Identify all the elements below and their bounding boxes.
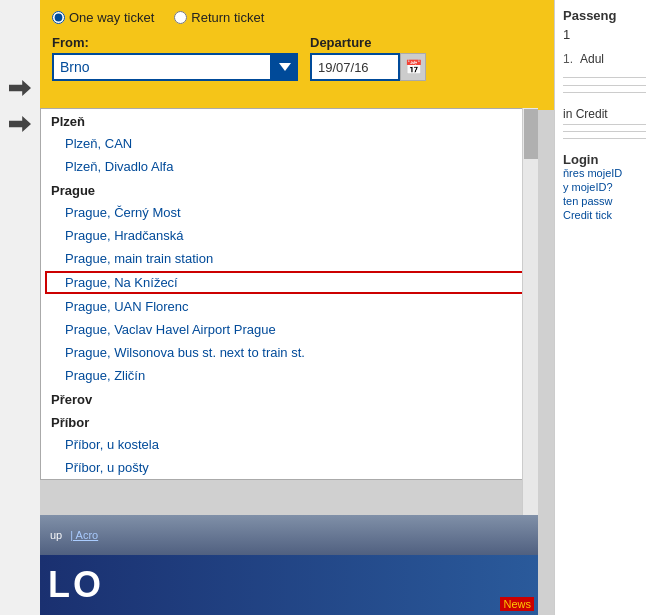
passenger-type: Adul bbox=[580, 52, 604, 66]
divider-2 bbox=[563, 85, 646, 86]
arrow-icon-2 bbox=[9, 116, 31, 132]
left-strip bbox=[0, 0, 40, 615]
list-item[interactable]: Příbor, u kostela bbox=[41, 433, 537, 456]
main-container: One way ticket Return ticket From: bbox=[0, 0, 654, 615]
calendar-btn[interactable]: 📅 bbox=[400, 53, 426, 81]
login-title: Login bbox=[563, 152, 598, 167]
group-header-přerov: Přerov bbox=[41, 387, 537, 410]
passengers-label: Passeng bbox=[563, 8, 646, 23]
list-item[interactable]: Prague, Vaclav Havel Airport Prague bbox=[41, 318, 537, 341]
list-item[interactable]: Příbor, u pošty bbox=[41, 456, 537, 479]
in-credit-section: in Credit bbox=[563, 106, 646, 121]
departure-label: Departure bbox=[310, 35, 426, 50]
list-scrollbar[interactable] bbox=[522, 108, 538, 515]
list-item[interactable]: Prague, Zličín bbox=[41, 364, 537, 387]
one-way-text: One way ticket bbox=[69, 10, 154, 25]
dropdown-list: PlzeňPlzeň, CANPlzeň, Divadlo AlfaPrague… bbox=[40, 108, 538, 480]
divider-3 bbox=[563, 92, 646, 93]
scrollbar-thumb bbox=[524, 109, 538, 159]
divider-1 bbox=[563, 77, 646, 82]
passenger-num: 1. bbox=[563, 52, 573, 69]
from-group: From: bbox=[52, 35, 298, 81]
one-way-label[interactable]: One way ticket bbox=[52, 10, 154, 25]
departure-input[interactable] bbox=[310, 53, 400, 81]
departure-field-wrapper: 📅 bbox=[310, 53, 426, 81]
return-label[interactable]: Return ticket bbox=[174, 10, 264, 25]
bottom-strip: LO News bbox=[40, 555, 538, 615]
up-text: up bbox=[50, 529, 62, 541]
from-dropdown-btn[interactable] bbox=[272, 53, 298, 81]
group-header-prague: Prague bbox=[41, 178, 537, 201]
list-item[interactable]: Prague, UAN Florenc bbox=[41, 295, 537, 318]
group-header-plzeň: Plzeň bbox=[41, 109, 537, 132]
list-item[interactable]: Prague, main train station bbox=[41, 247, 537, 270]
group-header-příbor: Příbor bbox=[41, 410, 537, 433]
list-item[interactable]: Plzeň, Divadlo Alfa bbox=[41, 155, 537, 178]
news-badge: News bbox=[500, 597, 534, 611]
divider-5 bbox=[563, 131, 646, 132]
login-section: Login ňres mojeID y mojeID? ten passw Cr… bbox=[563, 152, 646, 223]
list-item[interactable]: Plzeň, CAN bbox=[41, 132, 537, 155]
login-link-2[interactable]: y mojeID? bbox=[563, 181, 646, 193]
return-text: Return ticket bbox=[191, 10, 264, 25]
from-field-wrapper bbox=[52, 53, 298, 81]
acro-link[interactable]: | Acro bbox=[70, 529, 98, 541]
one-way-radio[interactable] bbox=[52, 11, 65, 24]
from-label: From: bbox=[52, 35, 298, 50]
divider-6 bbox=[563, 138, 646, 139]
arrow-icon-1 bbox=[9, 80, 31, 96]
list-item[interactable]: Prague, Na Knížecí bbox=[45, 271, 533, 294]
in-credit-label: in Credit bbox=[563, 107, 608, 121]
lo-text: LO bbox=[40, 564, 104, 606]
people-strip: up | Acro bbox=[40, 515, 538, 555]
login-link-3[interactable]: ten passw bbox=[563, 195, 646, 207]
from-input[interactable] bbox=[52, 53, 272, 81]
list-item[interactable]: Prague, Černý Most bbox=[41, 201, 537, 224]
return-radio[interactable] bbox=[174, 11, 187, 24]
list-item[interactable]: Prague, Wilsonova bus st. next to train … bbox=[41, 341, 537, 364]
passengers-value: 1 bbox=[563, 27, 646, 42]
right-panel: Passeng 1 1. Adul in Credit Login ňres m… bbox=[554, 0, 654, 615]
departure-group: Departure 📅 bbox=[310, 35, 426, 81]
list-item[interactable]: Prague, Hradčanská bbox=[41, 224, 537, 247]
login-link-4[interactable]: Credit tick bbox=[563, 209, 646, 221]
divider-4 bbox=[563, 124, 646, 125]
login-link-1[interactable]: ňres mojeID bbox=[563, 167, 646, 179]
